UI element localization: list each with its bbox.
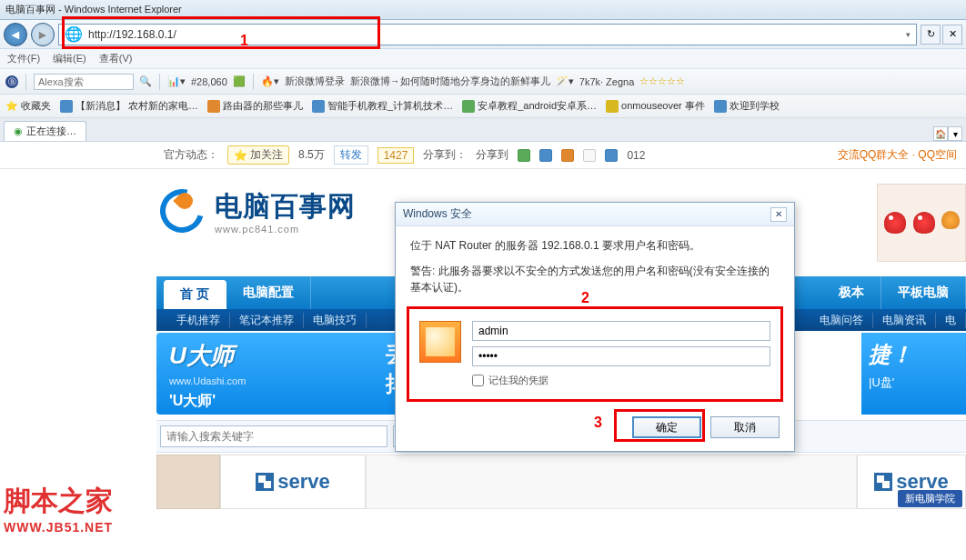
watermark-cn: 脚本之家 — [4, 483, 113, 520]
refresh-button[interactable]: ↻ — [921, 25, 941, 45]
mushroom-icon — [941, 211, 960, 229]
subnav-item[interactable]: 电脑技巧 — [304, 313, 367, 328]
share-icon[interactable] — [605, 149, 618, 162]
badge-icon: 🟩 — [233, 75, 246, 87]
ok-button[interactable]: 确定 — [632, 416, 701, 438]
watermark: 脚本之家 WWW.JB51.NET — [4, 483, 113, 535]
follow-count: 8.5万 — [298, 147, 325, 163]
serve-banner[interactable]: serve — [220, 455, 366, 509]
url-input[interactable] — [88, 28, 901, 41]
label: 官方动态： — [164, 147, 218, 163]
annotation-label-1: 1 — [240, 33, 248, 49]
rbanner-sub: |U盘' — [869, 375, 959, 391]
extension-toolbar: ⓐ 🔍 📊▾ #28,060 🟩 🔥▾ 新浪微博登录 新浪微博→如何随时随地分享… — [0, 69, 966, 95]
subnav-item[interactable]: 手机推荐 — [167, 313, 230, 328]
dialog-close-button[interactable]: ✕ — [770, 207, 787, 222]
nav-tablet[interactable]: 平板电脑 — [881, 276, 966, 309]
dialog-title: Windows 安全 — [403, 206, 472, 222]
banner-title: U大师 — [169, 340, 398, 372]
navigation-row: ◄ ► 🌐 ▾ ↻ ✕ — [0, 20, 966, 49]
dialog-message-1: 位于 NAT Router 的服务器 192.168.0.1 要求用户名和密码。 — [410, 237, 780, 254]
site-search-input[interactable] — [160, 425, 387, 447]
bookmark-item[interactable]: 路由器的那些事儿 — [207, 99, 303, 113]
favorites-button[interactable]: ⭐收藏夹 — [5, 99, 51, 113]
bottom-content: serve serve 新电脑学院 — [156, 455, 966, 509]
label: 分享到： — [423, 147, 467, 163]
password-input[interactable] — [472, 346, 770, 366]
dialog-form: 2 记住我的凭据 — [408, 310, 781, 398]
alexa-icon: ⓐ — [5, 75, 18, 88]
side-ad[interactable] — [877, 184, 966, 262]
cancel-button[interactable]: 取消 — [710, 416, 780, 438]
rbanner-title: 捷！ — [869, 340, 959, 369]
subnav-item[interactable]: 电脑资讯 — [873, 313, 936, 328]
remember-checkbox-row[interactable]: 记住我的凭据 — [472, 374, 770, 387]
hero-banner[interactable]: U大师 www.Udashi.com 'U大师' — [156, 333, 411, 415]
star-icon: ⭐ — [234, 149, 247, 162]
rank-value: #28,060 — [191, 76, 227, 87]
share-icon[interactable] — [539, 149, 552, 162]
remember-checkbox[interactable] — [472, 375, 484, 386]
page-icon — [606, 100, 619, 113]
annotation-label-2: 2 — [581, 290, 589, 306]
subnav-item[interactable]: 电 — [936, 313, 966, 328]
bookmarks-bar: ⭐收藏夹 【新消息】 农村新的家电… 路由器的那些事儿 智能手机教程_计算机技术… — [0, 95, 966, 118]
site-logo-text: 电脑百事网 — [215, 188, 356, 225]
rank-icon: 📊▾ — [167, 75, 186, 87]
follow-button[interactable]: ⭐加关注 — [227, 145, 289, 165]
subnav-item[interactable]: 电脑问答 — [810, 313, 873, 328]
username-input[interactable] — [472, 321, 770, 341]
banner-slogan: 'U大师' — [169, 392, 398, 411]
menu-file[interactable]: 文件(F) — [7, 52, 40, 65]
bookmark-item[interactable]: 欢迎到学校 — [714, 99, 780, 113]
flame-icon: 🔥▾ — [261, 75, 279, 87]
bookmark-item[interactable]: onmouseover 事件 — [606, 99, 705, 113]
window-titlebar: 电脑百事网 - Windows Internet Explorer — [0, 0, 966, 20]
page-icon — [462, 100, 475, 113]
credentials-dialog: Windows 安全 ✕ 位于 NAT Router 的服务器 192.168.… — [395, 202, 795, 452]
menu-view[interactable]: 查看(V) — [99, 52, 133, 65]
digit-label: 012 — [627, 149, 645, 162]
share-icon[interactable] — [583, 149, 596, 162]
credentials-icon — [419, 321, 461, 363]
page-icon — [60, 100, 73, 113]
menu-bar: 文件(F) 编辑(E) 查看(V) — [0, 49, 966, 69]
menu-edit[interactable]: 编辑(E) — [53, 52, 86, 65]
alexa-search-input[interactable] — [34, 74, 134, 90]
favicon-icon: 🌐 — [65, 25, 83, 43]
nav-pc-config[interactable]: 电脑配置 — [226, 276, 311, 309]
count-button[interactable]: 1427 — [377, 147, 415, 164]
nav-ultrabook[interactable]: 极本 — [822, 276, 881, 309]
qq-link[interactable]: 交流QQ群大全 · QQ空间 — [838, 147, 957, 163]
stop-button[interactable]: ✕ — [942, 25, 962, 45]
back-button[interactable]: ◄ — [4, 23, 27, 46]
serve-icon — [874, 473, 892, 491]
share-icon[interactable] — [518, 149, 530, 162]
tab-label: 正在连接… — [26, 125, 76, 138]
bookmark-item[interactable]: 智能手机教程_计算机技术… — [312, 99, 453, 113]
subnav-item[interactable]: 笔记本推荐 — [230, 313, 304, 328]
mushroom-icon — [884, 212, 906, 234]
search-icon[interactable]: 🔍 — [139, 75, 152, 87]
home-button[interactable]: 🏠 — [933, 126, 948, 141]
site-logo-icon — [156, 185, 207, 236]
corner-badge: 新电脑学院 — [898, 490, 962, 507]
right-banner[interactable]: 捷！ |U盘' — [861, 333, 966, 415]
share-icon[interactable] — [561, 149, 574, 162]
share-button[interactable]: 转发 — [334, 145, 368, 165]
toolbar-link-3[interactable]: 7k7k· Zegna — [579, 76, 635, 87]
tab-menu-button[interactable]: ▾ — [948, 126, 962, 141]
bookmark-item[interactable]: 安卓教程_android安卓系… — [462, 99, 597, 113]
toolbar-link-2[interactable]: 新浪微博→如何随时随地分享身边的新鲜事儿 — [350, 75, 550, 88]
dialog-body: 位于 NAT Router 的服务器 192.168.0.1 要求用户名和密码。… — [396, 226, 794, 303]
toolbar-link-1[interactable]: 新浪微博登录 — [285, 75, 345, 88]
browser-tab[interactable]: ◉ 正在连接… — [4, 121, 86, 141]
annotation-label-3: 3 — [594, 415, 602, 431]
forward-button[interactable]: ► — [31, 23, 55, 46]
bookmark-item[interactable]: 【新消息】 农村新的家电… — [60, 99, 198, 113]
address-bar[interactable]: 🌐 ▾ — [58, 24, 917, 45]
page-icon — [312, 100, 325, 113]
nav-home[interactable]: 首 页 — [164, 280, 226, 309]
page-top-strip: 官方动态： ⭐加关注 8.5万 转发 1427 分享到： 分享到 012 交流Q… — [0, 142, 966, 169]
dropdown-icon[interactable]: ▾ — [906, 30, 911, 39]
